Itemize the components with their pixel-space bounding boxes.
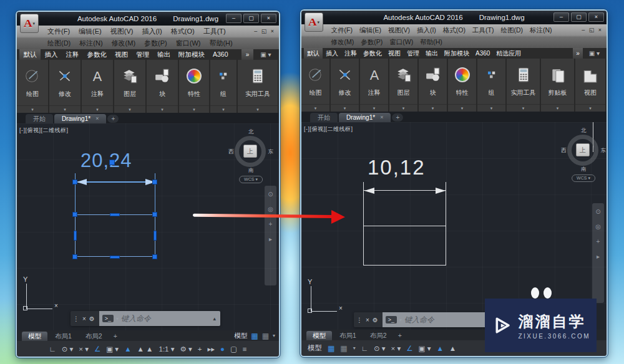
viewcube-west[interactable]: 西	[228, 148, 234, 156]
ribbon-tab[interactable]: 默认	[304, 48, 323, 59]
menu-item[interactable]: 编辑(E)	[356, 26, 384, 35]
viewcube[interactable]: 北 南 西 东 上 WCS ▾	[563, 127, 604, 182]
close-icon[interactable]: ×	[82, 315, 86, 322]
ribbon-tab[interactable]: 管理	[132, 49, 154, 60]
ribbon-tab[interactable]: 视图	[385, 48, 404, 59]
ribbon-tab[interactable]: 输出	[154, 49, 175, 60]
chevron-down-icon[interactable]	[147, 105, 178, 113]
isodraft-icon[interactable]: × ▾	[79, 345, 89, 353]
menu-item[interactable]: 绘图(D)	[497, 26, 527, 35]
ribbon-tab[interactable]: A360	[472, 48, 493, 59]
rectangle[interactable]	[363, 226, 446, 266]
menu-item[interactable]: 标注(N)	[527, 26, 556, 35]
menu-item[interactable]: 窗口(W)	[386, 38, 417, 47]
chevron-down-icon[interactable]	[389, 104, 417, 112]
viewcube-north[interactable]: 北	[581, 127, 587, 135]
viewcube-north[interactable]: 北	[248, 128, 254, 136]
grip-corner[interactable]	[152, 254, 157, 259]
ribbon-panel-properties[interactable]: 特性	[179, 60, 210, 113]
file-tab-drawing1[interactable]: Drawing1*×	[339, 113, 391, 122]
file-tab-drawing1[interactable]: Drawing1*×	[54, 114, 106, 123]
grip[interactable]	[72, 180, 77, 184]
title-bar[interactable]: Autodesk AutoCAD 2016 Drawing1.dwg – ▢ ×	[17, 12, 279, 26]
layout-tab[interactable]: 模型	[22, 332, 47, 341]
menu-item[interactable]: 插入(I)	[137, 27, 166, 36]
ribbon-tab[interactable]: 精选应用	[493, 48, 524, 59]
menu-item[interactable]: 工具(T)	[199, 27, 230, 36]
pan-icon[interactable]: +	[597, 238, 600, 245]
chevron-down-icon[interactable]: ▾	[399, 317, 402, 323]
clean-screen-icon[interactable]: ▢	[230, 345, 237, 353]
ribbon-tab[interactable]: 参数化	[360, 48, 385, 59]
document-window-controls[interactable]: ‒ ◱ ×	[254, 28, 275, 34]
viewcube-west[interactable]: 西	[561, 147, 567, 155]
file-tab-start[interactable]: 开始	[26, 114, 53, 123]
grip-corner[interactable]	[72, 212, 77, 217]
ribbon-tab[interactable]: 默认	[19, 49, 41, 60]
command-line-grip[interactable]: ⋮ × ⚙	[71, 311, 99, 326]
viewcube-top-face[interactable]: 上	[243, 145, 257, 158]
ribbon-panel-block[interactable]: 块	[147, 60, 179, 113]
polar-tracking-icon[interactable]: ∠	[94, 345, 100, 353]
selected-rectangle[interactable]	[75, 214, 155, 257]
grid-off-icon[interactable]: ▦	[340, 344, 347, 353]
ribbon-overflow-icon[interactable]: »	[573, 48, 583, 59]
annotation-scale-icon[interactable]: ▲	[449, 345, 456, 352]
orbit-icon[interactable]: ▸	[269, 236, 272, 242]
viewport-controls[interactable]: [-][俯视][二维线框]	[19, 127, 69, 135]
drag-handle-icon[interactable]: ⋮	[73, 315, 79, 322]
chevron-down-icon[interactable]	[507, 104, 540, 112]
minimize-button[interactable]: –	[553, 12, 569, 22]
chevron-down-icon[interactable]	[575, 104, 605, 112]
menu-item[interactable]: 帮助(H)	[417, 38, 446, 47]
new-tab-button[interactable]: +	[392, 113, 403, 122]
wrench-icon[interactable]: ⚙	[373, 317, 378, 323]
annotation-add-icon[interactable]: +	[198, 345, 202, 353]
isolate-icon[interactable]: ▸▸	[207, 345, 215, 353]
wrench-icon[interactable]: ⚙	[89, 315, 95, 322]
ribbon-tab[interactable]: 附加模块	[175, 49, 209, 60]
chevron-down-icon[interactable]	[49, 105, 80, 113]
ribbon-panel-draw[interactable]: 绘图	[301, 59, 331, 112]
navwheel-icon[interactable]: ⊙	[595, 208, 600, 215]
chevron-down-icon[interactable]	[360, 104, 388, 112]
chevron-down-icon[interactable]	[82, 105, 113, 113]
minimize-button[interactable]: –	[226, 14, 241, 23]
orbit-icon[interactable]: ▸	[597, 253, 600, 260]
grip-midpoint[interactable]	[110, 213, 120, 216]
layout-tab[interactable]: 布局2	[79, 332, 109, 341]
chevron-down-icon[interactable]	[17, 105, 48, 113]
history-up-icon[interactable]: ▴	[213, 315, 217, 322]
menu-item[interactable]: 参数(P)	[140, 39, 172, 48]
grip-midpoint[interactable]	[74, 231, 77, 241]
chevron-down-icon[interactable]: ▾	[273, 333, 275, 338]
ribbon-panel-layers[interactable]: 图层	[114, 60, 147, 113]
drawing-canvas[interactable]: [-][俯视][二维线框] 北 南 西 东 上 WCS ▾ ⊙◎+▸ 20,24…	[17, 123, 279, 330]
viewcube[interactable]: 北 南 西 东 上 WCS ▾	[230, 128, 271, 183]
layout-tab[interactable]: +	[394, 331, 406, 340]
ribbon-panel-annotate[interactable]: 注释	[82, 60, 114, 113]
maximize-button[interactable]: ▢	[571, 12, 587, 22]
menu-item[interactable]: 文件(F)	[43, 27, 74, 36]
menu-item[interactable]: 格式(O)	[167, 27, 199, 36]
ribbon-tab[interactable]: 附加模块	[441, 48, 472, 59]
title-bar[interactable]: Autodesk AutoCAD 2016 Drawing1.dwg – ▢ ×	[301, 11, 607, 24]
object-snap-icon[interactable]: ▣ ▾	[106, 345, 119, 353]
close-icon[interactable]: ×	[380, 113, 383, 122]
ribbon-tab[interactable]: 管理	[404, 48, 422, 59]
layout-tab[interactable]: 模型	[306, 331, 332, 340]
close-button[interactable]: ×	[588, 12, 604, 22]
ribbon-tab[interactable]: A360	[209, 49, 233, 60]
ribbon-tab[interactable]: 插入	[323, 48, 341, 59]
ribbon-tab[interactable]: 参数化	[83, 49, 111, 60]
wcs-selector[interactable]: WCS ▾	[572, 175, 595, 182]
ribbon-panel-toggle-icon[interactable]: ▣ ▾	[256, 49, 275, 60]
layout-tab[interactable]: 布局1	[49, 332, 78, 341]
ribbon-panel-group[interactable]: 组	[477, 59, 507, 112]
close-icon[interactable]: ×	[95, 114, 99, 123]
ribbon-panel-utilities[interactable]: 实用工具	[507, 59, 541, 112]
grip-corner[interactable]	[152, 212, 157, 217]
ortho-icon[interactable]: ∟	[49, 345, 56, 353]
autocad-logo-button[interactable]: A▾	[20, 14, 39, 33]
chevron-down-icon[interactable]	[210, 105, 236, 113]
